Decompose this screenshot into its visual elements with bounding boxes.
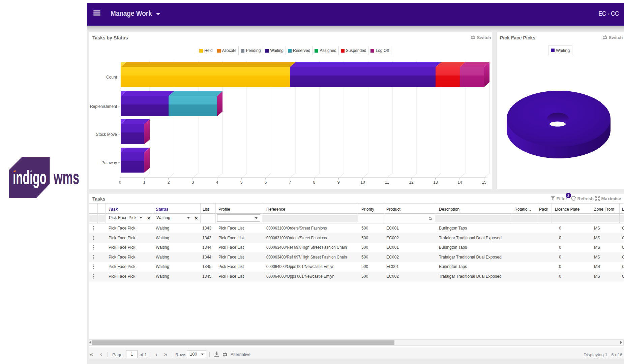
svg-text:6: 6 bbox=[265, 180, 267, 185]
svg-text:4: 4 bbox=[216, 180, 218, 185]
svg-text:0: 0 bbox=[119, 180, 121, 185]
svg-text:1: 1 bbox=[143, 180, 146, 185]
svg-text:Putaway: Putaway bbox=[101, 160, 117, 165]
svg-text:15: 15 bbox=[482, 180, 486, 185]
svg-text:5: 5 bbox=[240, 180, 243, 185]
svg-text:8: 8 bbox=[313, 180, 316, 185]
svg-text:14: 14 bbox=[457, 180, 462, 185]
svg-text:12: 12 bbox=[409, 180, 414, 185]
svg-text:13: 13 bbox=[433, 180, 438, 185]
svg-text:wms: wms bbox=[53, 166, 79, 188]
svg-text:3: 3 bbox=[192, 180, 194, 185]
svg-text:2: 2 bbox=[168, 180, 170, 185]
svg-text:11: 11 bbox=[385, 180, 389, 185]
svg-text:7: 7 bbox=[289, 180, 291, 185]
svg-text:Stock Move: Stock Move bbox=[96, 132, 117, 137]
svg-text:ındıgo: ındıgo bbox=[13, 167, 47, 188]
svg-text:Count: Count bbox=[106, 75, 117, 80]
svg-text:Replenishment: Replenishment bbox=[90, 104, 117, 109]
svg-text:9: 9 bbox=[337, 180, 340, 185]
svg-text:10: 10 bbox=[360, 180, 365, 185]
